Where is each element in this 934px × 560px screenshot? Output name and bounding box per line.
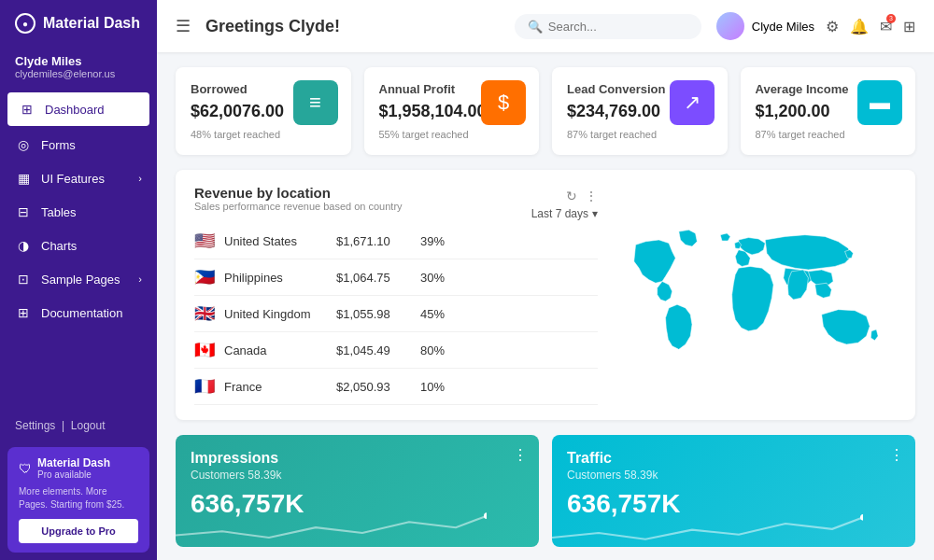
header-user: Clyde Miles [716,12,814,40]
borrowed-target: 48% target reached [191,129,336,140]
upgrade-button[interactable]: Upgrade to Pro [19,519,138,543]
sidebar-item-label: Documentation [41,306,122,320]
revenue-title: Revenue by location [194,185,403,201]
income-target: 87% target reached [756,129,901,140]
country-name: France [224,380,327,394]
traffic-title: Traffic [567,450,900,467]
revenue-subtitle: Sales performance revenue based on count… [194,201,403,212]
header-username: Clyde Miles [752,20,814,34]
country-pct: 45% [420,307,445,321]
sample-pages-icon: ⊡ [15,272,32,287]
promo-text: More elements. More Pages. Starting from… [19,485,138,511]
revenue-row: 🇫🇷 France $2,050.93 10% [194,369,598,405]
greeting-text: Greetings Clyde! [205,17,500,36]
documentation-icon: ⊞ [15,305,32,320]
dashboard-icon: ⊞ [19,102,35,117]
sidebar-item-label: Dashboard [45,103,105,117]
bottom-card-impressions: ⋮ Impressions Customers 58.39k 636,757K [176,435,539,547]
ui-features-icon: ▦ [15,171,32,186]
settings-icon[interactable]: ⚙ [826,18,839,35]
sidebar-promo: 🛡 Material Dash Pro available More eleme… [7,447,149,553]
logout-link[interactable]: Logout [71,419,106,432]
revenue-title-group: Revenue by location Sales performance re… [194,185,403,223]
tables-icon: ⊟ [15,204,32,219]
country-flag: 🇺🇸 [194,231,215,251]
impressions-title: Impressions [191,450,524,467]
traffic-more-icon[interactable]: ⋮ [889,446,904,464]
chevron-right-icon: › [138,273,142,285]
traffic-chart [552,500,863,547]
revenue-rows: 🇺🇸 United States $1,671.10 39% 🇵🇭 Philip… [194,223,598,405]
country-pct: 39% [420,234,445,248]
revenue-row: 🇨🇦 Canada $1,045.49 80% [194,332,598,369]
forms-icon: ◎ [15,137,32,152]
more-icon[interactable]: ⋮ [585,189,598,203]
header-actions: Clyde Miles ⚙ 🔔 ✉ 3 ⊞ [716,12,915,40]
avatar [716,12,744,40]
lead-icon: ↗ [670,80,715,125]
sidebar-item-sample-pages[interactable]: ⊡ Sample Pages › [0,262,157,296]
revenue-right [598,185,897,405]
sidebar-footer: Settings | Logout [0,412,157,440]
traffic-sub: Customers 58.39k [567,469,900,482]
bottom-card-traffic: ⋮ Traffic Customers 58.39k 636,757K [552,435,915,547]
svg-point-1 [860,514,863,521]
sidebar-item-charts[interactable]: ◑ Charts [0,229,157,262]
sidebar-user: Clyde Miles clydemiles@elenor.us [0,47,157,91]
income-icon: ▬ [857,80,902,125]
impressions-sub: Customers 58.39k [191,469,524,482]
sidebar-item-dashboard[interactable]: ⊞ Dashboard [7,92,149,126]
stat-card-lead-conversion: Lead Conversion $234,769.00 87% target r… [552,67,728,155]
country-pct: 80% [420,343,445,357]
sidebar-item-ui-features[interactable]: ▦ UI Features › [0,161,157,195]
revenue-left: Revenue by location Sales performance re… [194,185,598,405]
chevron-right-icon: › [138,173,142,184]
promo-shield-icon: 🛡 [19,461,32,476]
mail-icon[interactable]: ✉ 3 [880,18,892,35]
stat-card-annual-profit: Annual Profit $1,958,104.00 55% target r… [364,67,540,155]
country-pct: 30% [420,271,445,285]
impressions-chart [176,500,487,547]
svg-point-0 [484,512,487,519]
bottom-cards: ⋮ Impressions Customers 58.39k 636,757K … [176,435,915,547]
menu-icon[interactable]: ☰ [176,16,191,36]
sidebar-item-label: Forms [41,138,76,152]
sidebar-item-label: UI Features [41,172,105,186]
borrowed-icon: ≡ [293,80,338,125]
country-name: Philippines [224,271,327,285]
apps-icon[interactable]: ⊞ [903,18,915,35]
main-content: ☰ Greetings Clyde! 🔍 Clyde Miles ⚙ 🔔 ✉ 3… [157,0,934,560]
content-area: Borrowed $62,0076.00 48% target reached … [157,52,934,560]
mail-badge: 3 [886,14,896,23]
refresh-icon[interactable]: ↻ [566,189,577,203]
logo-icon: ● [15,13,35,34]
sidebar-item-label: Charts [41,239,77,253]
country-flag: 🇬🇧 [194,303,215,324]
revenue-row: 🇬🇧 United Kingdom $1,055.98 45% [194,296,598,332]
impressions-more-icon[interactable]: ⋮ [513,446,528,464]
country-name: United Kingdom [224,307,327,321]
sidebar-logo-text: Material Dash [43,15,140,32]
profit-target: 55% target reached [379,129,525,140]
profit-icon: $ [481,80,526,125]
revenue-actions: ↻ ⋮ [566,189,598,203]
revenue-row: 🇵🇭 Philippines $1,064.75 30% [194,259,598,296]
country-amount: $1,064.75 [336,271,411,285]
promo-title: Material Dash [37,456,110,469]
sidebar-item-tables[interactable]: ⊟ Tables [0,195,157,229]
search-input[interactable] [548,20,688,34]
settings-link[interactable]: Settings [15,419,55,432]
time-filter-label: Last 7 days [531,207,588,220]
time-filter[interactable]: Last 7 days ▾ [531,207,598,220]
revenue-header: Revenue by location Sales performance re… [194,185,598,223]
search-bar: 🔍 [515,14,701,39]
sidebar-username: Clyde Miles [15,54,142,68]
world-map [612,225,892,374]
sidebar-item-forms[interactable]: ◎ Forms [0,128,157,161]
sidebar-item-label: Tables [41,205,77,219]
header: ☰ Greetings Clyde! 🔍 Clyde Miles ⚙ 🔔 ✉ 3… [157,0,934,52]
revenue-section: Revenue by location Sales performance re… [176,170,915,420]
stat-card-borrowed: Borrowed $62,0076.00 48% target reached … [176,67,351,155]
notifications-icon[interactable]: 🔔 [850,18,869,35]
sidebar-item-documentation[interactable]: ⊞ Documentation [0,296,157,329]
